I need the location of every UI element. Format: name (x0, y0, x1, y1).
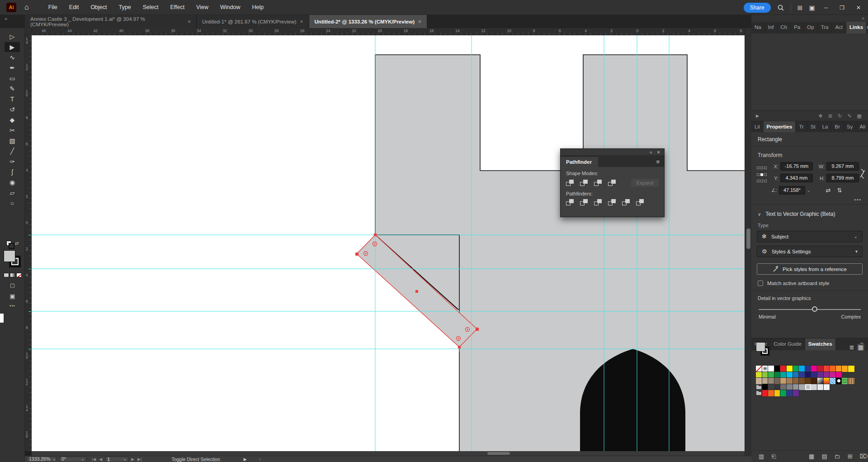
rotate-tool[interactable]: ↺ (5, 105, 20, 114)
swatch[interactable] (793, 378, 799, 384)
swatch[interactable] (768, 372, 774, 378)
swatch[interactable] (780, 384, 787, 391)
menu-effect[interactable]: Effect (164, 0, 190, 15)
new-swatch-icon[interactable]: ⊞ (848, 453, 853, 460)
expand-button[interactable]: Expand (631, 179, 659, 187)
swatch[interactable] (817, 384, 824, 391)
swatch[interactable] (824, 366, 830, 372)
artboard-tool[interactable]: ▱ (5, 188, 20, 198)
symbol-sprayer-tool[interactable]: ʃ (5, 167, 20, 177)
ruler-corner[interactable] (25, 28, 32, 35)
swatch-gradbw[interactable] (817, 378, 824, 384)
swatch[interactable] (811, 384, 817, 391)
toolbar-collapse-icon[interactable]: » (0, 15, 25, 28)
fill-stroke-proxy[interactable] (4, 250, 22, 268)
swatch[interactable] (805, 366, 811, 372)
scissors-tool[interactable]: ✂ (5, 125, 20, 135)
default-fill-stroke-icon[interactable] (6, 241, 11, 246)
menu-file[interactable]: File (42, 0, 63, 15)
swatch[interactable] (805, 372, 811, 378)
grid-view-icon[interactable]: ▦ (857, 344, 864, 351)
swatch[interactable] (768, 366, 774, 372)
menu-edit[interactable]: Edit (63, 0, 85, 15)
shape-builder-tool[interactable]: ◉ (5, 177, 20, 187)
swatch[interactable] (768, 390, 774, 396)
close-button[interactable]: ✕ (854, 5, 863, 11)
swatch[interactable] (762, 384, 769, 391)
document-tab-2[interactable]: Untitled-1* @ 261.67 % (CMYK/Preview)× (197, 15, 309, 28)
swatch[interactable] (793, 390, 799, 396)
vertical-scrollbar[interactable] (745, 28, 751, 456)
color-group-folder-icon[interactable] (756, 384, 762, 391)
swatch[interactable] (799, 384, 805, 391)
artboard-navigation-select[interactable]: 1⌄ (105, 457, 128, 462)
swatch-registration[interactable]: ⊕ (762, 366, 769, 372)
swatch[interactable] (762, 372, 769, 378)
exclude-button[interactable] (608, 180, 616, 186)
dock-mini-icon-4[interactable]: ✎ (847, 113, 851, 119)
fill-proxy[interactable] (756, 342, 765, 352)
rotation-input[interactable]: 47.158° (779, 186, 805, 195)
links-panel-body[interactable] (751, 33, 868, 111)
swatch[interactable] (799, 372, 805, 378)
swatch[interactable] (787, 384, 793, 391)
none-mode-button[interactable] (16, 273, 22, 277)
swatch[interactable] (774, 366, 781, 372)
height-input[interactable]: 8.799 mm (826, 174, 859, 182)
rotation-select[interactable]: 0°⌄ (59, 457, 86, 462)
vertical-scroll-thumb[interactable] (746, 229, 750, 249)
menu-object[interactable]: Object (85, 0, 113, 15)
close-tab-icon[interactable]: × (300, 19, 303, 25)
panel-tab-act[interactable]: Act (832, 22, 846, 33)
dock-mini-icon-5[interactable]: ▦ (857, 113, 862, 119)
panel-tab-properties[interactable]: Properties (764, 121, 796, 133)
swatch[interactable] (762, 390, 769, 396)
trim-button[interactable] (580, 199, 588, 205)
width-input[interactable]: 9.267 mm (826, 162, 859, 171)
status-angle-icon[interactable]: ‹ (259, 457, 261, 462)
flip-vertical-icon[interactable]: ⇅ (837, 187, 842, 194)
merge-button[interactable] (594, 199, 602, 205)
new-color-group-icon[interactable]: 🗀 (835, 453, 840, 460)
dock-mini-icon-1[interactable]: ❖ (818, 113, 823, 119)
panel-tab-la[interactable]: La (819, 121, 832, 133)
status-play-icon[interactable]: ▶ (244, 457, 247, 462)
swatch-selected[interactable] (805, 384, 811, 391)
swatch-patgreen[interactable] (842, 378, 848, 384)
swatch[interactable] (762, 378, 769, 384)
rotation-dropdown-icon[interactable]: ⌄ (807, 188, 811, 193)
color-mode-button[interactable] (4, 273, 9, 277)
crop-button[interactable] (608, 199, 616, 205)
swatch-kinds-icon[interactable]: ▦ (809, 453, 814, 460)
constrain-proportions-icon[interactable] (859, 168, 866, 180)
panel-tab-pa[interactable]: Pa (791, 22, 804, 33)
swatch[interactable] (817, 372, 824, 378)
swatch-none[interactable] (756, 366, 762, 372)
panel-tab-st[interactable]: St (807, 121, 819, 133)
dock-mini-icon-2[interactable]: ⊞ (828, 113, 832, 119)
flip-horizontal-icon[interactable]: ⇄ (826, 187, 830, 194)
swatch[interactable] (774, 390, 781, 396)
slider-track[interactable] (759, 309, 861, 310)
divide-button[interactable] (566, 199, 574, 205)
unite-button[interactable] (566, 180, 574, 186)
dock-collapse-icon[interactable]: » (862, 16, 864, 21)
dock-mini-icon-3[interactable]: ↻ (838, 113, 842, 119)
swatches-fill-stroke-proxy[interactable] (756, 342, 771, 357)
swatch[interactable] (787, 372, 793, 378)
pathfinder-collapse-icon[interactable]: « (650, 150, 652, 155)
direct-selection-tool[interactable]: ▶ (5, 42, 20, 52)
panel-tab-lil[interactable]: Lil (751, 121, 764, 133)
swatch-libraries-icon[interactable]: ▥ (759, 453, 764, 460)
castle-wall-shape[interactable] (375, 55, 745, 451)
swatch[interactable] (793, 384, 799, 391)
selection-tool[interactable]: ▷ (5, 32, 20, 42)
minimize-button[interactable]: ─ (821, 5, 831, 11)
close-tab-icon[interactable]: × (418, 19, 421, 25)
eraser-tool[interactable]: ◆ (5, 115, 20, 125)
panel-tab-ch[interactable]: Ch (778, 22, 791, 33)
gradient-tool[interactable]: ▧ (5, 136, 20, 146)
swatch[interactable] (805, 378, 811, 384)
swatch[interactable] (780, 390, 787, 396)
swatch[interactable] (836, 372, 842, 378)
